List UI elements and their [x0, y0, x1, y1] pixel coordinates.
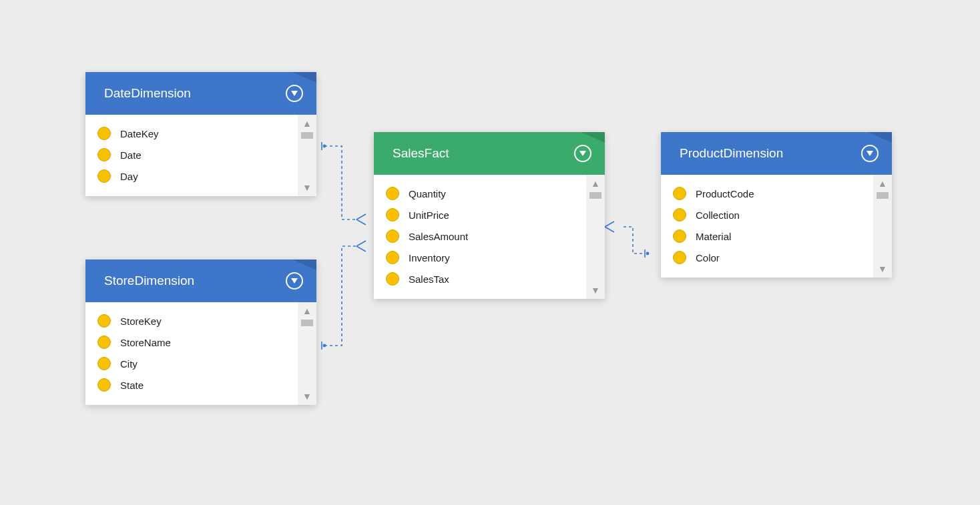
scroll-thumb[interactable]: [301, 320, 313, 326]
field-label: Color: [696, 252, 720, 264]
field-label: Inventory: [409, 252, 450, 264]
diagram-canvas[interactable]: DateDimensionDateKeyDateDay▲▼StoreDimens…: [0, 0, 980, 505]
field-label: UnitPrice: [409, 209, 449, 221]
field-dot-icon: [386, 229, 399, 243]
scroll-down-icon[interactable]: ▼: [878, 264, 887, 274]
scroll-thumb[interactable]: [877, 192, 889, 199]
connector-sales-to-product: [624, 227, 644, 254]
field-row[interactable]: ProductCode: [661, 183, 873, 204]
field-dot-icon: [97, 127, 111, 140]
scroll-thumb[interactable]: [589, 192, 601, 199]
entity-date-dimension[interactable]: DateDimensionDateKeyDateDay▲▼: [85, 72, 316, 196]
field-row[interactable]: SalesAmount: [374, 225, 586, 247]
field-dot-icon: [673, 208, 686, 221]
field-dot-icon: [386, 187, 399, 200]
scroll-down-icon[interactable]: ▼: [591, 286, 600, 295]
field-label: State: [120, 380, 144, 391]
entity-header[interactable]: StoreDimension: [85, 260, 316, 302]
entity-store-dimension[interactable]: StoreDimensionStoreKeyStoreNameCityState…: [85, 260, 316, 405]
field-row[interactable]: City: [85, 353, 298, 374]
svg-marker-6: [291, 91, 298, 96]
field-list: ProductCodeCollectionMaterialColor: [661, 175, 873, 278]
field-row[interactable]: StoreName: [85, 332, 298, 353]
field-row[interactable]: Date: [85, 144, 298, 165]
scroll-down-icon[interactable]: ▼: [302, 392, 312, 401]
scroll-up-icon[interactable]: ▲: [591, 179, 600, 188]
triangle-down-icon: [291, 91, 298, 96]
field-dot-icon: [673, 187, 686, 200]
field-label: City: [120, 358, 138, 370]
connector-date-to-sales: [324, 146, 356, 219]
field-dot-icon: [97, 169, 111, 183]
svg-marker-8: [579, 151, 586, 156]
collapse-button[interactable]: [574, 145, 591, 162]
field-list: QuantityUnitPriceSalesAmountInventorySal…: [374, 175, 586, 299]
field-row[interactable]: UnitPrice: [374, 204, 586, 225]
collapse-button[interactable]: [286, 85, 303, 102]
triangle-down-icon: [579, 151, 586, 156]
field-row[interactable]: Day: [85, 165, 298, 187]
field-label: Quantity: [409, 188, 446, 199]
scrollbar[interactable]: ▲▼: [298, 115, 316, 196]
field-row[interactable]: Collection: [661, 204, 873, 225]
svg-marker-7: [291, 278, 298, 284]
field-list: DateKeyDateDay: [85, 115, 298, 196]
field-dot-icon: [97, 336, 111, 349]
field-dot-icon: [386, 208, 399, 221]
entity-title: StoreDimension: [104, 274, 194, 288]
entity-body: DateKeyDateDay▲▼: [85, 115, 316, 196]
field-label: StoreName: [120, 337, 171, 348]
field-label: Material: [696, 231, 731, 242]
field-row[interactable]: SalesTax: [374, 268, 586, 290]
svg-point-1: [323, 145, 325, 147]
field-dot-icon: [673, 251, 686, 264]
scroll-down-icon[interactable]: ▼: [302, 183, 312, 192]
field-row[interactable]: Color: [661, 247, 873, 268]
collapse-button[interactable]: [286, 272, 303, 290]
triangle-down-icon: [291, 278, 298, 284]
entity-header[interactable]: SalesFact: [374, 132, 605, 175]
field-label: Collection: [696, 209, 740, 221]
entity-title: SalesFact: [393, 146, 449, 161]
field-dot-icon: [97, 148, 111, 161]
field-label: ProductCode: [696, 188, 754, 199]
field-list: StoreKeyStoreNameCityState: [85, 302, 298, 405]
connector-store-to-sales: [324, 246, 356, 346]
collapse-button[interactable]: [861, 145, 879, 162]
svg-point-5: [646, 252, 648, 254]
entity-title: DateDimension: [104, 86, 191, 101]
entity-title: ProductDimension: [680, 146, 783, 161]
field-dot-icon: [386, 272, 399, 286]
entity-body: StoreKeyStoreNameCityState▲▼: [85, 302, 316, 405]
field-row[interactable]: StoreKey: [85, 310, 298, 332]
field-row[interactable]: DateKey: [85, 123, 298, 144]
field-label: SalesAmount: [409, 231, 468, 242]
field-label: Date: [120, 149, 142, 161]
field-row[interactable]: Quantity: [374, 183, 586, 204]
entity-sales-fact[interactable]: SalesFactQuantityUnitPriceSalesAmountInv…: [374, 132, 605, 299]
field-dot-icon: [97, 378, 111, 392]
entity-body: QuantityUnitPriceSalesAmountInventorySal…: [374, 175, 605, 299]
scroll-up-icon[interactable]: ▲: [878, 179, 887, 188]
field-label: SalesTax: [409, 274, 449, 285]
entity-header[interactable]: DateDimension: [85, 72, 316, 115]
field-row[interactable]: State: [85, 374, 298, 396]
scroll-up-icon[interactable]: ▲: [302, 119, 312, 128]
field-dot-icon: [97, 357, 111, 370]
scroll-thumb[interactable]: [301, 132, 313, 139]
triangle-down-icon: [867, 151, 873, 156]
svg-marker-9: [867, 151, 873, 156]
field-row[interactable]: Material: [661, 225, 873, 247]
field-label: Day: [120, 171, 138, 182]
field-label: DateKey: [120, 128, 159, 139]
scrollbar[interactable]: ▲▼: [298, 302, 316, 405]
entity-product-dimension[interactable]: ProductDimensionProductCodeCollectionMat…: [661, 132, 892, 278]
entity-header[interactable]: ProductDimension: [661, 132, 892, 175]
scrollbar[interactable]: ▲▼: [586, 175, 605, 299]
scrollbar[interactable]: ▲▼: [873, 175, 892, 278]
field-dot-icon: [673, 229, 686, 243]
scroll-up-icon[interactable]: ▲: [302, 306, 312, 316]
field-label: StoreKey: [120, 316, 162, 327]
field-dot-icon: [97, 314, 111, 328]
field-row[interactable]: Inventory: [374, 247, 586, 268]
